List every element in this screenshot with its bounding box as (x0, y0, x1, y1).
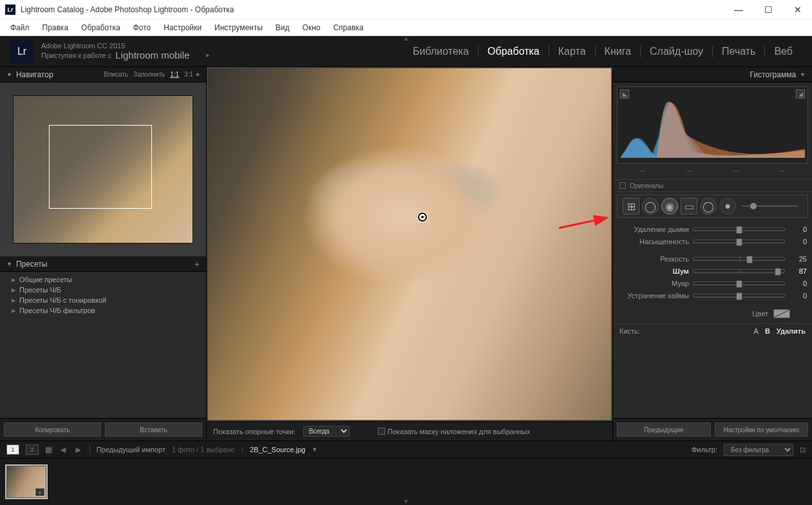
menu-справка[interactable]: Справка (328, 21, 368, 34)
redeye-tool-icon[interactable]: ◉ (661, 198, 678, 214)
triangle-down-icon: ▼ (6, 71, 12, 78)
brush-delete[interactable]: Удалить (777, 327, 806, 335)
zoom-fit[interactable]: Вписать (104, 71, 128, 78)
menu-окно[interactable]: Окно (297, 21, 326, 34)
count-label: 1 фото / 1 выбрано (172, 446, 235, 453)
slider-track[interactable] (693, 257, 785, 261)
slider-track[interactable] (693, 240, 785, 243)
photo-canvas[interactable] (207, 67, 612, 421)
defaults-button[interactable]: Настройки по умолчанию (715, 423, 809, 437)
brand-line2b[interactable]: Lightroom mobile (115, 50, 189, 61)
preset-item[interactable]: ▶Пресеты Ч/Б (0, 285, 206, 295)
show-mask-label: Показать маску наложения для выбранных (388, 428, 531, 435)
navigator-title: Навигатор (16, 70, 53, 79)
preset-item[interactable]: ▶Пресеты Ч/Б с тонировкой (0, 295, 206, 305)
slider-value: 87 (789, 267, 807, 275)
add-preset-icon[interactable]: + (194, 259, 200, 269)
crop-tool-icon[interactable]: ⊞ (623, 198, 639, 214)
collapse-top-icon[interactable]: ▲ (403, 35, 410, 42)
brand-line2a: Приступая к работе с (41, 52, 111, 59)
navigator-header[interactable]: ▼ Навигатор Вписать Заполнить 1:1 3:1 ◆ (0, 67, 206, 82)
lock-icon[interactable]: ⊡ (800, 446, 806, 454)
slider-value: 25 (789, 255, 807, 263)
zoom-fill[interactable]: Заполнить (133, 71, 165, 78)
menu-инструменты[interactable]: Инструменты (209, 21, 268, 34)
next-arrow-icon[interactable]: ► (74, 444, 83, 455)
presets-header[interactable]: ▼ Пресеты + (0, 256, 206, 272)
module-Обработка[interactable]: Обработка (478, 46, 549, 57)
menubar: ФайлПравкаОбработкаФотоНастройкиИнструме… (0, 19, 812, 36)
zoom-1to1[interactable]: 1:1 (170, 71, 179, 78)
show-points-label: Показать опорные точки: (213, 428, 296, 435)
dropdown-icon[interactable]: ▼ (312, 446, 317, 453)
spot-tool-icon[interactable]: ◯ (642, 198, 659, 214)
module-Печать[interactable]: Печать (713, 46, 765, 57)
slider-Муар: Муар0 (618, 277, 807, 289)
menu-настройки[interactable]: Настройки (158, 21, 207, 34)
slider-track[interactable] (693, 269, 785, 273)
preset-item[interactable]: ▶Пресеты Ч/Б фильтров (0, 305, 206, 316)
filename-label[interactable]: 2B_C_Source.jpg (250, 446, 305, 453)
menu-вид[interactable]: Вид (270, 21, 295, 34)
navigator-thumbnail[interactable] (0, 82, 206, 256)
module-Книга[interactable]: Книга (596, 46, 641, 57)
slider-track[interactable] (693, 227, 785, 231)
film-thumbnail[interactable]: ± (6, 466, 46, 498)
triangle-down-icon: ▼ (6, 261, 12, 267)
tool-size-slider[interactable] (742, 205, 798, 207)
module-Слайд-шоу[interactable]: Слайд-шоу (641, 46, 713, 57)
right-panel: Гистограмма ▼ ◣ ◢ ———— Оригиналы (612, 67, 812, 441)
filter-select[interactable]: Без фильтра (724, 444, 793, 456)
slider-value: 0 (789, 292, 807, 300)
slider-label: Муар (618, 280, 689, 287)
zoom-3to1[interactable]: 3:1 (184, 71, 193, 78)
histogram[interactable]: ◣ ◢ (617, 86, 808, 164)
slider-label: Насыщенность (618, 238, 689, 245)
module-Карта[interactable]: Карта (549, 46, 596, 57)
brush-b[interactable]: B (765, 327, 770, 335)
slider-Удаление дымки: Удаление дымки0 (618, 223, 807, 235)
module-Библиотека[interactable]: Библиотека (404, 46, 478, 57)
view-2-button[interactable]: 2 (26, 444, 39, 455)
brush-tool-icon[interactable]: ● (719, 198, 736, 214)
copy-button[interactable]: Копировать (4, 423, 101, 437)
previous-button[interactable]: Предыдущие (617, 423, 711, 437)
radial-tool-icon[interactable]: ◯ (700, 198, 717, 214)
menu-правка[interactable]: Правка (37, 21, 74, 34)
navigator-image (13, 95, 193, 243)
color-swatch[interactable] (773, 309, 790, 318)
view-1-button[interactable]: 1 (6, 444, 19, 455)
shadow-clip-icon[interactable]: ◣ (620, 90, 629, 99)
minimize-button[interactable]: — (730, 3, 748, 16)
close-button[interactable]: ✕ (789, 3, 807, 16)
prev-import-label[interactable]: Предыдущий импорт (97, 446, 165, 453)
prev-arrow-icon[interactable]: ◄ (59, 444, 68, 455)
paste-button[interactable]: Вставить (105, 423, 202, 437)
originals-row[interactable]: Оригиналы (613, 179, 812, 192)
preset-item[interactable]: ▶Общие пресеты (0, 274, 206, 285)
collapse-bottom-icon[interactable]: ▼ (403, 498, 410, 505)
chevron-right-icon[interactable]: ▸ (206, 51, 210, 59)
show-points-select[interactable]: Всегда (303, 426, 350, 437)
brush-a[interactable]: A (754, 327, 759, 335)
highlight-clip-icon[interactable]: ◢ (796, 90, 805, 99)
window-title: Lightroom Catalog - Adobe Photoshop Ligh… (21, 5, 730, 14)
chevron-icon[interactable]: ◆ (196, 71, 200, 77)
navigator-crop-rect[interactable] (49, 125, 152, 209)
menu-фото[interactable]: Фото (128, 21, 156, 34)
adjustment-pin-icon[interactable] (418, 213, 427, 222)
color-row: Цвет (613, 307, 812, 321)
app-header: ▲ Lr Adobe Lightroom CC 2015 Приступая к… (0, 36, 812, 67)
maximize-button[interactable]: ☐ (759, 3, 777, 16)
slider-Устранение каймы: Устранение каймы0 (618, 289, 807, 301)
histogram-header[interactable]: Гистограмма ▼ (613, 67, 812, 82)
square-icon (619, 182, 626, 189)
slider-track[interactable] (693, 294, 785, 298)
menu-файл[interactable]: Файл (5, 21, 35, 34)
module-Веб[interactable]: Веб (765, 46, 802, 57)
menu-обработка[interactable]: Обработка (76, 21, 126, 34)
slider-track[interactable] (693, 281, 785, 285)
grid-icon[interactable]: ▦ (45, 445, 52, 454)
gradient-tool-icon[interactable]: ▭ (681, 198, 697, 214)
show-mask-checkbox[interactable]: Показать маску наложения для выбранных (378, 428, 531, 435)
